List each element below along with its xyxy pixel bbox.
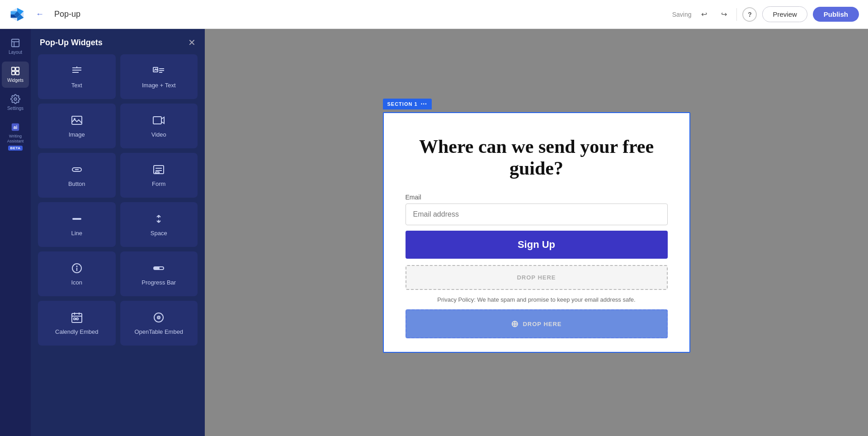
widget-image-text-label: Image + Text <box>142 82 176 89</box>
panel-title: Pop-Up Widgets <box>40 38 103 47</box>
svg-rect-6 <box>12 39 19 47</box>
widgets-grid: Text Image + Text <box>31 54 205 353</box>
sidebar-item-layout[interactable]: Layout <box>2 33 29 60</box>
widget-form-label: Form <box>152 180 165 187</box>
canvas-area: SECTION 1 ⋯ Where can we send your free … <box>205 29 868 436</box>
email-input[interactable] <box>406 204 668 225</box>
widget-text[interactable]: Text <box>38 54 116 99</box>
section-options-button[interactable]: ⋯ <box>420 100 427 108</box>
svg-point-26 <box>74 118 75 120</box>
page-title: Pop-up <box>54 9 665 19</box>
widget-progress-bar-label: Progress Bar <box>142 279 176 286</box>
panel-close-button[interactable]: ✕ <box>188 37 196 48</box>
publish-button[interactable]: Publish <box>813 7 859 22</box>
widget-image-text[interactable]: Image + Text <box>120 54 198 99</box>
widget-icon[interactable]: Icon <box>38 251 116 296</box>
widget-form[interactable]: Form <box>120 153 198 198</box>
redo-button[interactable]: ↪ <box>717 7 731 22</box>
undo-button[interactable]: ↩ <box>697 7 711 22</box>
widget-space-label: Space <box>151 230 167 237</box>
widget-image[interactable]: Image <box>38 104 116 148</box>
beta-badge: BETA <box>8 146 22 151</box>
widget-icon-label: Icon <box>71 279 82 286</box>
svg-rect-11 <box>12 71 15 75</box>
svg-rect-33 <box>156 172 159 173</box>
sidebar-item-label: Layout <box>9 50 22 55</box>
sidebar-item-label: Settings <box>7 106 24 111</box>
email-label: Email <box>406 194 668 201</box>
svg-rect-10 <box>16 67 19 71</box>
widget-opentable-label: OpenTable Embed <box>134 328 183 335</box>
widget-progress-bar[interactable]: Progress Bar <box>120 251 198 296</box>
svg-rect-50 <box>74 318 75 320</box>
topbar: ← Pop-up Saving ↩ ↪ ? Preview Publish <box>0 0 868 29</box>
sidebar-item-settings[interactable]: Settings <box>2 90 29 116</box>
svg-text:ai: ai <box>14 125 18 130</box>
svg-rect-51 <box>76 318 78 320</box>
drop-zone-gray[interactable]: DROP HERE <box>406 265 668 290</box>
widget-space[interactable]: Space <box>120 202 198 247</box>
section-label: SECTION 1 ⋯ <box>383 99 432 109</box>
svg-rect-34 <box>72 218 81 220</box>
svg-point-24 <box>156 68 156 69</box>
svg-point-42 <box>76 266 77 267</box>
svg-rect-27 <box>153 117 161 124</box>
widget-image-label: Image <box>69 131 85 138</box>
svg-point-54 <box>159 318 159 318</box>
popup-wrapper: SECTION 1 ⋯ Where can we send your free … <box>383 112 690 353</box>
help-button[interactable]: ? <box>742 7 757 22</box>
sidebar-item-writing-assistant[interactable]: ai WritingAssistant BETA <box>2 118 29 155</box>
signup-button[interactable]: Sign Up <box>406 231 668 259</box>
widget-text-label: Text <box>71 82 82 89</box>
panel-header: Pop-Up Widgets ✕ <box>31 29 205 54</box>
svg-rect-45 <box>154 267 160 270</box>
email-form-group: Email <box>406 194 668 225</box>
widget-opentable-embed[interactable]: OpenTable Embed <box>120 301 198 346</box>
widget-button-label: Button <box>68 180 85 187</box>
divider <box>736 8 737 21</box>
widget-line-label: Line <box>71 230 82 237</box>
logo <box>9 6 25 23</box>
preview-button[interactable]: Preview <box>762 6 807 22</box>
widgets-panel: Pop-Up Widgets ✕ Text <box>31 29 205 436</box>
sidebar-item-label: WritingAssistant <box>7 134 24 144</box>
main-area: Layout Widgets Settings ai WritingAssis <box>0 29 868 436</box>
privacy-text: Privacy Policy: We hate spam and promise… <box>437 296 635 303</box>
svg-point-13 <box>14 98 17 100</box>
back-button[interactable]: ← <box>33 7 47 22</box>
svg-rect-12 <box>16 71 19 75</box>
sidebar-icons: Layout Widgets Settings ai WritingAssis <box>0 29 31 436</box>
widget-calendly-embed[interactable]: Calendly Embed <box>38 301 116 346</box>
saving-status: Saving <box>672 11 692 18</box>
widget-video[interactable]: Video <box>120 104 198 148</box>
sidebar-item-label: Widgets <box>7 78 24 83</box>
widget-video-label: Video <box>151 131 166 138</box>
drop-zone-blue[interactable]: ⊕ DROP HERE <box>406 309 668 338</box>
drag-cursor-icon: ⊕ <box>511 318 519 329</box>
widget-button[interactable]: Button <box>38 153 116 198</box>
popup-card: Where can we send your free guide? Email… <box>383 112 690 353</box>
svg-rect-9 <box>12 67 15 71</box>
widget-calendly-label: Calendly Embed <box>55 328 98 335</box>
popup-heading: Where can we send your free guide? <box>406 136 668 180</box>
widget-line[interactable]: Line <box>38 202 116 247</box>
topbar-actions: Saving ↩ ↪ ? Preview Publish <box>672 6 859 22</box>
sidebar-item-widgets[interactable]: Widgets <box>2 62 29 88</box>
